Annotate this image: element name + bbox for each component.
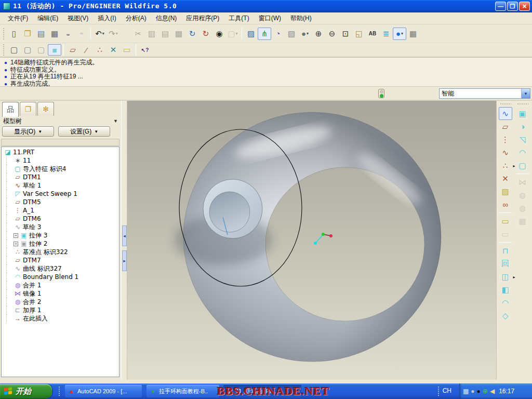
regeneration-status-icon[interactable]	[378, 89, 384, 98]
annotation-tool-button[interactable]: ▭	[499, 215, 512, 228]
tree-item[interactable]: ∿草绘 3	[2, 223, 119, 231]
task-tutorial[interactable]: ●拉手环构面教程-B..	[147, 385, 219, 397]
tree-item[interactable]: ⋮A_1	[2, 206, 119, 215]
chamfer-tool-button[interactable]: ◇	[499, 309, 512, 322]
tree-item[interactable]: ▱DTM7	[2, 256, 119, 264]
shading-sphere-button[interactable]: ●▾	[298, 28, 312, 40]
restore-button[interactable]: ❐	[507, 2, 518, 11]
tree-item[interactable]: ▱DTM6	[2, 215, 119, 223]
reorient-button[interactable]: ◱	[352, 28, 366, 40]
tree-item[interactable]: ◪11.PRT	[2, 148, 119, 156]
graphics-viewport[interactable]	[127, 101, 496, 380]
tree-item[interactable]: ∗11	[2, 156, 119, 165]
tray-volume-icon[interactable]: ◀	[490, 388, 495, 395]
tree-item[interactable]: ⊏加厚 1	[2, 306, 119, 314]
layers-button[interactable]: ≣	[379, 28, 393, 40]
tree-item[interactable]: +▣拉伸 2	[2, 240, 119, 248]
tree-item[interactable]: +▣拉伸 3	[2, 231, 119, 240]
expand-plus-icon[interactable]: +	[14, 233, 18, 238]
menu-item[interactable]: 视图(V)	[63, 12, 93, 24]
annotation-button[interactable]: AB	[366, 28, 379, 40]
tray-update-icon[interactable]: ⊕	[483, 388, 488, 395]
navigator-menu-icon[interactable]: ▼	[113, 118, 118, 124]
print-button[interactable]: ▦	[48, 28, 61, 40]
refit-button[interactable]: ⊡	[339, 28, 352, 40]
task-autocad[interactable]: ▲AutoCAD 2009 - [...	[65, 385, 142, 397]
start-button[interactable]: 开始	[0, 384, 52, 398]
chevron-down-icon[interactable]: ▾	[307, 31, 309, 36]
selection-filter-combo[interactable]: 智能 ▼	[439, 88, 530, 99]
datum-plane-tool-button[interactable]: ▱	[499, 120, 512, 133]
combo-dropdown-icon[interactable]: ▼	[521, 89, 530, 98]
sweep-tool-button[interactable]: ◹	[516, 133, 529, 146]
save-button[interactable]: ▤	[34, 28, 48, 40]
regenerate-manager-button[interactable]: ↻	[199, 28, 212, 40]
tree-item[interactable]: ◠Boundary Blend 1	[2, 273, 119, 281]
link-tool-button[interactable]: ∞	[499, 198, 512, 211]
tree-item[interactable]: ◍合并 2	[2, 298, 119, 306]
wireframe-button[interactable]: ▢	[7, 44, 21, 56]
menu-item[interactable]: 文件(F)	[3, 12, 33, 24]
orientation-button[interactable]: ◔	[271, 28, 285, 40]
tree-item[interactable]: ⋈镜像 1	[2, 289, 119, 298]
model-display-button[interactable]: ●▾	[393, 28, 406, 40]
plane-display-button[interactable]: ▱	[66, 44, 79, 56]
extrude-tool-button[interactable]: ▣	[516, 107, 529, 120]
menu-item[interactable]: 分析(A)	[121, 12, 151, 24]
hole-tool-button[interactable]: ⊓	[499, 244, 512, 257]
menu-item[interactable]: 应用程序(P)	[181, 12, 224, 24]
csys-tool-button[interactable]: ✕	[499, 172, 512, 185]
find-button[interactable]: ◉	[212, 28, 226, 40]
torus-model[interactable]	[127, 101, 496, 380]
datum-point-tool-button[interactable]: ∴▸	[499, 159, 512, 172]
tree-item[interactable]: ∴基准点 标识322	[2, 248, 119, 256]
image-capture-button[interactable]: ▦	[406, 28, 420, 40]
tab-folder-browser[interactable]: ❐	[20, 102, 36, 116]
tree-item[interactable]: ▢导入特征 标识4	[2, 165, 119, 173]
zoom-in-button[interactable]: ⊕	[312, 28, 325, 40]
tree-item[interactable]: ∿曲线 标识327	[2, 264, 119, 273]
language-indicator[interactable]: CH	[443, 387, 451, 394]
style-tool-button[interactable]: ▢	[516, 159, 529, 172]
curve-tool-button[interactable]: ∿	[499, 146, 512, 159]
clock[interactable]: 16:17	[499, 388, 514, 395]
tree-item[interactable]: ◍合并 1	[2, 281, 119, 289]
tab-model-tree[interactable]: 品	[2, 102, 19, 117]
undo-button[interactable]: ↶▾	[93, 28, 107, 40]
flyout-arrow-icon[interactable]: ▸	[513, 275, 515, 280]
rib-tool-button[interactable]: ◫▸	[499, 270, 512, 283]
expand-plus-icon[interactable]: +	[14, 242, 18, 246]
view-manager-button[interactable]: ▧	[285, 28, 298, 40]
hole-feature[interactable]	[209, 192, 250, 232]
datum-axis-tool-button[interactable]: ⋮	[499, 133, 512, 146]
csys-triad[interactable]	[314, 233, 332, 245]
axis-display-button[interactable]: ⁄	[79, 44, 93, 56]
settings-button[interactable]: 设置(G)▼	[58, 126, 110, 137]
point-tool-button[interactable]: ▨	[499, 185, 512, 198]
tree-item[interactable]: ▱DTM5	[2, 198, 119, 206]
tray-qq-icon[interactable]: ●	[477, 388, 481, 395]
no-hidden-button[interactable]: ▢	[34, 44, 48, 56]
round-tool-button[interactable]: ◠	[499, 296, 512, 309]
menu-item[interactable]: 插入(I)	[93, 12, 121, 24]
hidden-line-button[interactable]: ▢	[21, 44, 34, 56]
boundary-blend-tool-button[interactable]: ◠	[516, 146, 529, 159]
shell-tool-button[interactable]: 回	[499, 257, 512, 270]
menu-item[interactable]: 信息(N)	[151, 12, 182, 24]
expand-right-icon[interactable]: ▸	[122, 250, 127, 271]
tree-item[interactable]: ∿草绘 1	[2, 181, 119, 190]
tree-item[interactable]: →在此插入	[2, 314, 119, 323]
menu-item[interactable]: 编辑(E)	[33, 12, 63, 24]
tree-item[interactable]: ◸Var Sect Sweep 1	[2, 190, 119, 198]
sketch-tool-button[interactable]: ∿	[499, 107, 512, 120]
flyout-arrow-icon[interactable]: ▸	[513, 164, 515, 168]
context-help-button[interactable]: ↖?	[138, 44, 152, 56]
tray-audio-icon[interactable]: ●	[471, 388, 474, 395]
open-file-button[interactable]: ❐	[21, 28, 34, 40]
erase-current-button[interactable]: ◒	[61, 28, 75, 40]
tab-favorites[interactable]: ✻	[37, 102, 54, 116]
csys-display-button[interactable]: ✕	[107, 44, 120, 56]
annotation-display-button[interactable]: ▭	[120, 44, 134, 56]
tree-item[interactable]: ▱DTM1	[2, 173, 119, 181]
draft-tool-button[interactable]: ◧	[499, 283, 512, 296]
